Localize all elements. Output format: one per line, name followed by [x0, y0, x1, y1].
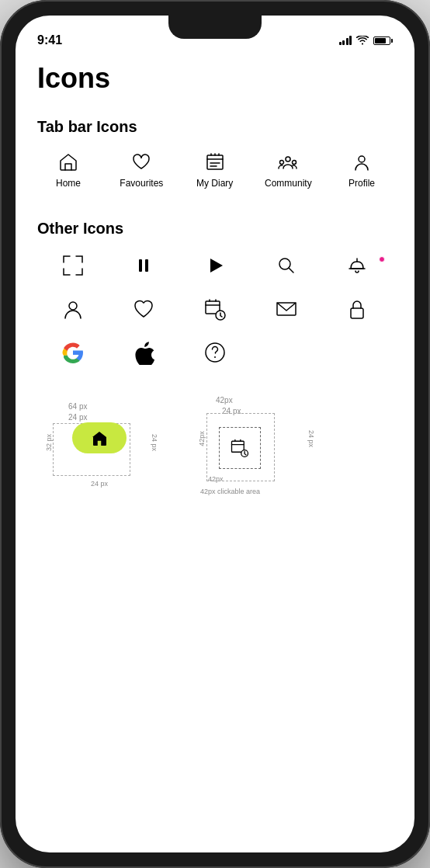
diagram-left: 64 px 24 px 32 px 24 px 24 px	[37, 396, 161, 489]
search-icon-item	[251, 253, 322, 278]
svg-point-2	[280, 161, 284, 165]
help-icon	[203, 340, 227, 365]
heart-outline-icon-item	[109, 297, 180, 321]
tab-item-favourites[interactable]: Favourites	[118, 151, 165, 189]
svg-point-4	[359, 156, 365, 162]
user-icon-item	[37, 297, 109, 321]
tab-label-home: Home	[56, 178, 81, 189]
diag-left-top2: 24 px	[68, 413, 87, 422]
diag-right-right: 24 px	[307, 430, 315, 447]
diag-right-left: 42px	[198, 431, 206, 446]
tab-label-profile: Profile	[349, 178, 375, 189]
svg-point-9	[69, 302, 77, 310]
diag-left-top1: 64 px	[68, 402, 87, 411]
expand-icon-item	[37, 253, 109, 278]
diagram-right: 42px 24 px 42px 24 px 42px	[192, 396, 317, 497]
lock-icon	[345, 297, 369, 321]
battery-icon	[373, 36, 393, 45]
svg-point-3	[293, 161, 296, 165]
tab-label-community: Community	[265, 178, 312, 189]
tab-item-profile[interactable]: Profile	[338, 151, 385, 189]
phone-frame: 9:41	[0, 0, 430, 868]
status-icons	[339, 36, 394, 45]
tab-bar-icons: Home Favourites	[37, 151, 393, 189]
screen: 9:41	[16, 16, 414, 852]
status-time: 9:41	[37, 33, 62, 47]
diag-left-left: 32 px	[45, 434, 53, 451]
bell-icon	[345, 253, 369, 278]
svg-rect-0	[207, 155, 223, 169]
apple-icon	[131, 340, 156, 365]
bell-icon-item	[321, 253, 393, 278]
notch	[168, 16, 262, 39]
diag-right-top: 42px	[216, 396, 233, 404]
calendar-clock-icon-item	[179, 297, 251, 321]
diag-left-right: 24 px	[151, 434, 158, 451]
diagram-section: 64 px 24 px 32 px 24 px 24 px	[37, 388, 393, 505]
calendar-clock-icon	[203, 297, 227, 321]
tab-item-community[interactable]: Community	[265, 151, 312, 189]
google-icon-item	[37, 340, 109, 365]
search-icon	[274, 253, 299, 278]
signal-bars-icon	[339, 36, 352, 45]
other-icons-grid	[37, 253, 393, 365]
help-icon-item	[179, 340, 251, 365]
google-icon	[61, 340, 85, 365]
tab-item-home[interactable]: Home	[45, 151, 92, 189]
tab-label-mydiary: My Diary	[196, 178, 233, 189]
svg-point-1	[286, 157, 290, 161]
expand-icon	[61, 253, 85, 278]
page-title: Icons	[37, 62, 393, 95]
svg-rect-6	[145, 259, 148, 272]
community-icon	[277, 151, 299, 173]
pause-icon	[131, 253, 156, 278]
pause-icon-item	[109, 253, 180, 278]
tab-section-title: Tab bar Icons	[37, 118, 393, 136]
other-section-title: Other Icons	[37, 220, 393, 238]
mail-icon-item	[251, 297, 322, 321]
user-icon	[61, 297, 85, 321]
svg-point-15	[214, 356, 216, 358]
lock-icon-item	[321, 297, 393, 321]
tab-label-favourites: Favourites	[120, 178, 163, 189]
svg-rect-13	[351, 308, 363, 318]
heart-icon	[130, 151, 152, 173]
tab-item-mydiary[interactable]: My Diary	[192, 151, 238, 189]
svg-rect-5	[139, 259, 142, 272]
wifi-icon	[356, 36, 369, 45]
mail-icon	[274, 297, 299, 321]
home-icon	[57, 151, 79, 173]
diag-left-bottom: 24 px	[91, 480, 108, 488]
profile-icon	[351, 151, 373, 173]
diag-right-caption: 42px clickable area	[200, 488, 260, 495]
heart-outline-icon	[131, 297, 156, 321]
content-area: Icons Tab bar Icons Home	[16, 54, 414, 852]
play-icon-item	[179, 253, 251, 278]
diary-icon	[204, 151, 226, 173]
apple-icon-item	[109, 340, 180, 365]
play-icon	[203, 253, 227, 278]
